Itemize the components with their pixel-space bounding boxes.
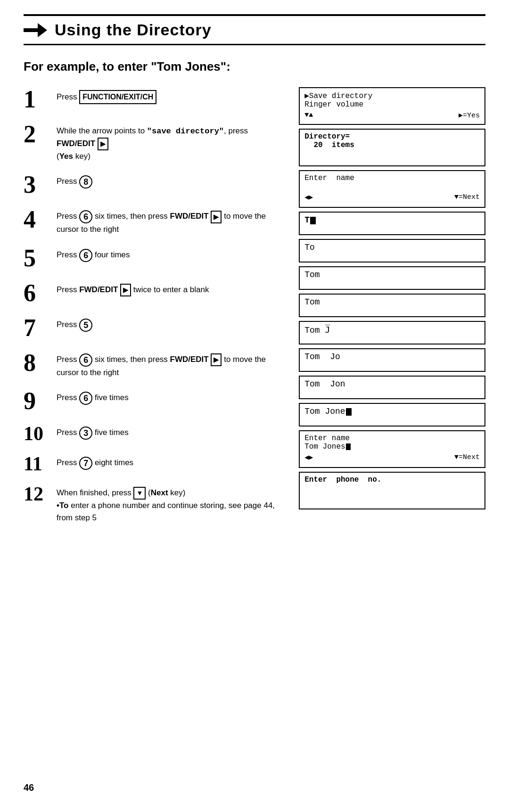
display-11: Tom Jone bbox=[299, 403, 485, 427]
display-4: T bbox=[299, 212, 485, 235]
svg-rect-0 bbox=[24, 28, 40, 32]
step-content-6: Press FWD/EDIT ▶ twice to enter a blank bbox=[57, 281, 285, 296]
step-number-11: 11 bbox=[24, 454, 52, 474]
step-number-5: 5 bbox=[24, 246, 52, 271]
display-10-text: Tom Jon bbox=[304, 379, 345, 389]
step-content-5: Press 6 four times bbox=[57, 246, 285, 262]
right-column: ▶Save directory Ringer volume ▼▲ ▶=Yes D… bbox=[299, 87, 485, 534]
fwd-edit-label-4: FWD/EDIT bbox=[170, 212, 209, 221]
step-7: 7 Press 5 bbox=[24, 316, 285, 340]
step-content-7: Press 5 bbox=[57, 316, 285, 332]
display-11-text: Tom Jone bbox=[304, 407, 345, 416]
display-12-line1: Enter name bbox=[304, 434, 480, 443]
key-6-step4[interactable]: 6 bbox=[79, 210, 92, 223]
step-content-10: Press 3 five times bbox=[57, 424, 285, 440]
display-8: Tom J̅ bbox=[299, 321, 485, 344]
display-13: Enter phone no. bbox=[299, 472, 485, 509]
display-12-left: ◀▶ bbox=[304, 453, 313, 462]
fwd-edit-label-2: FWD/EDIT bbox=[57, 139, 95, 148]
display-4-text: T bbox=[304, 215, 310, 225]
key-6-step9[interactable]: 6 bbox=[79, 392, 92, 405]
display-9-text: Tom Jo bbox=[304, 352, 340, 361]
step-4: 4 Press 6 six times, then press FWD/EDIT… bbox=[24, 207, 285, 236]
display-12-bottom: ◀▶ ▼=Next bbox=[304, 453, 480, 462]
display-11-cursor bbox=[346, 408, 352, 416]
step-2: 2 While the arrow points to "save direct… bbox=[24, 122, 285, 162]
display-3-line1: Enter name bbox=[304, 174, 480, 182]
display-3: Enter name ◀▶ ▼=Next bbox=[299, 170, 485, 208]
step-content-3: Press 8 bbox=[57, 172, 285, 189]
key-7[interactable]: 7 bbox=[79, 457, 92, 470]
display-1-line1: ▶Save directory bbox=[304, 91, 480, 100]
step-content-2: While the arrow points to "save director… bbox=[57, 122, 285, 162]
display-1-bottom: ▼▲ ▶=Yes bbox=[304, 111, 480, 120]
display-2: Directory= 20 items bbox=[299, 129, 485, 166]
key-6-step5[interactable]: 6 bbox=[79, 249, 92, 262]
left-column: 1 Press FUNCTION/EXIT/CH 2 While the arr… bbox=[24, 87, 285, 534]
step-8: 8 Press 6 six times, then press FWD/EDIT… bbox=[24, 351, 285, 379]
page-number: 46 bbox=[24, 782, 34, 793]
step-content-1: Press FUNCTION/EXIT/CH bbox=[57, 87, 285, 104]
display-6: Tom bbox=[299, 266, 485, 290]
display-12: Enter name Tom Jones ◀▶ ▼=Next bbox=[299, 430, 485, 468]
step-content-11: Press 7 eight times bbox=[57, 454, 285, 470]
fwd-edit-label-6: FWD/EDIT bbox=[79, 285, 118, 294]
step-12: 12 When finished, press ▼ (Next key) •To… bbox=[24, 484, 285, 524]
fwd-arrow-key-4[interactable]: ▶ bbox=[211, 211, 222, 223]
arrow-icon bbox=[24, 23, 47, 37]
step-number-6: 6 bbox=[24, 281, 52, 305]
display-6-text: Tom bbox=[304, 270, 320, 279]
step-content-8: Press 6 six times, then press FWD/EDIT ▶… bbox=[57, 351, 285, 379]
display-1-left-arrow: ▼▲ bbox=[304, 111, 313, 119]
step-3: 3 Press 8 bbox=[24, 172, 285, 197]
step-number-2: 2 bbox=[24, 122, 52, 147]
step-number-4: 4 bbox=[24, 207, 52, 232]
key-8[interactable]: 8 bbox=[79, 175, 92, 189]
function-exit-ch-key[interactable]: FUNCTION/EXIT/CH bbox=[79, 90, 156, 104]
step-5: 5 Press 6 four times bbox=[24, 246, 285, 271]
step-number-10: 10 bbox=[24, 424, 52, 443]
next-label: Next bbox=[151, 488, 168, 497]
fwd-arrow-key-2[interactable]: ▶ bbox=[98, 138, 108, 150]
step-9: 9 Press 6 five times bbox=[24, 389, 285, 413]
step-content-12: When finished, press ▼ (Next key) •To en… bbox=[57, 484, 285, 524]
step-1: 1 Press FUNCTION/EXIT/CH bbox=[24, 87, 285, 112]
display-3-line2 bbox=[304, 182, 480, 191]
display-10: Tom Jon bbox=[299, 376, 485, 399]
step-number-3: 3 bbox=[24, 172, 52, 197]
display-8-text: Tom J̅ bbox=[304, 326, 330, 335]
key-6-step8[interactable]: 6 bbox=[79, 353, 92, 367]
step-content-4: Press 6 six times, then press FWD/EDIT ▶… bbox=[57, 207, 285, 236]
page-title: Using the Directory bbox=[55, 21, 212, 39]
step-number-8: 8 bbox=[24, 351, 52, 375]
down-key[interactable]: ▼ bbox=[133, 487, 146, 500]
save-directory-text: "save directory" bbox=[147, 127, 224, 136]
display-2-line1: Directory= bbox=[304, 132, 480, 141]
display-5-text: To bbox=[304, 243, 315, 252]
display-5: To bbox=[299, 239, 485, 262]
step-6: 6 Press FWD/EDIT ▶ twice to enter a blan… bbox=[24, 281, 285, 305]
fwd-arrow-key-8[interactable]: ▶ bbox=[211, 353, 222, 366]
step-number-12: 12 bbox=[24, 484, 52, 504]
main-content: 1 Press FUNCTION/EXIT/CH 2 While the arr… bbox=[24, 87, 485, 534]
key-3[interactable]: 3 bbox=[79, 427, 92, 440]
display-9: Tom Jo bbox=[299, 348, 485, 372]
display-12-right: ▼=Next bbox=[454, 453, 480, 461]
step-number-9: 9 bbox=[24, 389, 52, 413]
display-3-right: ▼=Next bbox=[454, 193, 480, 201]
fwd-arrow-key-6[interactable]: ▶ bbox=[120, 284, 131, 296]
display-7: Tom bbox=[299, 294, 485, 317]
display-3-bottom: ◀▶ ▼=Next bbox=[304, 193, 480, 202]
display-1: ▶Save directory Ringer volume ▼▲ ▶=Yes bbox=[299, 87, 485, 125]
step-content-9: Press 6 five times bbox=[57, 389, 285, 405]
display-7-text: Tom bbox=[304, 297, 320, 307]
display-4-cursor bbox=[310, 217, 316, 224]
display-2-line2: 20 items bbox=[304, 141, 480, 149]
display-3-left: ◀▶ bbox=[304, 193, 313, 202]
subtitle: For example, to enter "Tom Jones": bbox=[24, 59, 485, 74]
step-10: 10 Press 3 five times bbox=[24, 424, 285, 443]
key-5[interactable]: 5 bbox=[79, 319, 92, 332]
display-12-line2: Tom Jones bbox=[304, 443, 480, 451]
bullet-to: •To bbox=[57, 501, 68, 510]
fwd-edit-label-8: FWD/EDIT bbox=[170, 355, 209, 364]
